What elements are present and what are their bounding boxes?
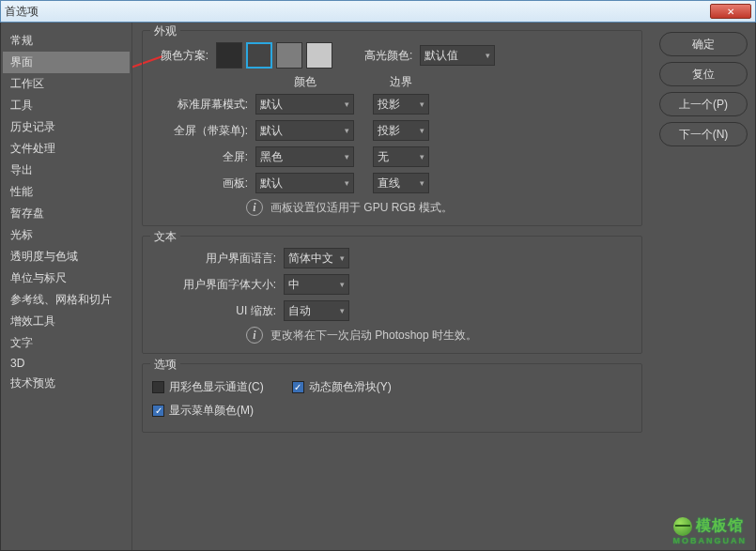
sidebar-item[interactable]: 文字 [3, 332, 130, 354]
sidebar-item[interactable]: 导出 [3, 160, 130, 181]
ui-lang-label: 用户界面语言: [152, 251, 284, 267]
chevron-down-icon: ▾ [420, 126, 424, 135]
appearance-info-text: 画板设置仅适用于 GPU RGB 模式。 [270, 200, 453, 216]
chevron-down-icon: ▾ [345, 99, 349, 109]
checkbox-icon: ✓ [152, 405, 164, 417]
chevron-down-icon: ▾ [340, 280, 345, 289]
ui-scale-select[interactable]: 自动▾ [284, 300, 349, 321]
mode-color-select[interactable]: 黑色▾ [255, 146, 354, 167]
sidebar-item[interactable]: 工作区 [3, 73, 130, 95]
chevron-down-icon: ▾ [340, 253, 345, 263]
next-button[interactable]: 下一个(N) [659, 122, 748, 146]
group-options: 选项 用彩色显示通道(C) ✓ 动态颜色滑块(Y) ✓ 显示菜单颜色(M) [142, 363, 642, 433]
color-swatch[interactable] [306, 42, 332, 69]
sidebar-item[interactable]: 性能 [3, 181, 130, 203]
mode-label: 画板: [152, 176, 255, 191]
chevron-down-icon: ▾ [420, 152, 424, 161]
sidebar-item[interactable]: 工具 [3, 95, 130, 116]
color-swatch[interactable] [216, 42, 242, 69]
sidebar-item[interactable]: 参考线、网格和切片 [3, 289, 130, 311]
button-bar: 确定 复位 上一个(P) 下一个(N) [652, 23, 755, 550]
mode-color-select[interactable]: 默认▾ [255, 120, 354, 141]
col-header-color: 颜色 [255, 74, 354, 90]
text-info-row: i 更改将在下一次启动 Photoshop 时生效。 [246, 327, 632, 344]
checkbox-menu-colors[interactable]: ✓ 显示菜单颜色(M) [152, 403, 632, 419]
chevron-down-icon: ▾ [420, 99, 424, 109]
color-scheme-label: 颜色方案: [152, 48, 216, 64]
reset-button[interactable]: 复位 [659, 62, 748, 86]
group-appearance: 外观 颜色方案: 高光颜色: 默认值▾ 颜色 边界 标准屏幕模式:默认▾投影▾全… [142, 30, 642, 226]
checkbox-icon: ✓ [292, 381, 304, 393]
ui-font-size-select[interactable]: 中▾ [284, 274, 349, 295]
col-header-border: 边界 [373, 74, 429, 90]
mode-color-select[interactable]: 默认▾ [255, 94, 354, 115]
chevron-down-icon: ▾ [345, 152, 349, 161]
group-text: 文本 用户界面语言: 简体中文▾ 用户界面字体大小: 中▾ UI 缩放: 自动▾… [142, 236, 642, 354]
group-title-text: 文本 [150, 229, 180, 245]
close-button[interactable]: ✕ [710, 4, 751, 19]
highlight-label: 高光颜色: [364, 48, 420, 64]
titlebar: 首选项 ✕ [0, 0, 756, 23]
ui-font-size-label: 用户界面字体大小: [152, 277, 284, 293]
chevron-down-icon: ▾ [340, 306, 345, 315]
sidebar-item[interactable]: 历史记录 [3, 116, 130, 138]
mode-label: 标准屏幕模式: [152, 97, 255, 113]
mode-border-select[interactable]: 无▾ [373, 146, 429, 167]
chevron-down-icon: ▾ [420, 178, 424, 188]
close-icon: ✕ [727, 7, 734, 17]
ok-button[interactable]: 确定 [659, 32, 748, 56]
window-title: 首选项 [5, 4, 710, 20]
color-swatch[interactable] [246, 42, 272, 69]
chevron-down-icon: ▾ [345, 178, 349, 188]
sidebar-item[interactable]: 技术预览 [3, 373, 130, 394]
highlight-select[interactable]: 默认值▾ [420, 45, 495, 66]
checkbox-dynamic-sliders[interactable]: ✓ 动态颜色滑块(Y) [292, 379, 392, 395]
group-title-options: 选项 [150, 357, 180, 373]
sidebar-item[interactable]: 单位与标尺 [3, 268, 130, 289]
info-icon: i [246, 199, 263, 216]
main-panel: 外观 颜色方案: 高光颜色: 默认值▾ 颜色 边界 标准屏幕模式:默认▾投影▾全… [132, 23, 652, 550]
sidebar-item[interactable]: 增效工具 [3, 311, 130, 332]
mode-color-select[interactable]: 默认▾ [255, 173, 354, 193]
group-title-appearance: 外观 [150, 23, 180, 39]
mode-border-select[interactable]: 投影▾ [373, 94, 429, 115]
sidebar-item[interactable]: 界面 [3, 52, 130, 73]
mode-border-select[interactable]: 投影▾ [373, 120, 429, 141]
sidebar: 常规界面工作区工具历史记录文件处理导出性能暂存盘光标透明度与色域单位与标尺参考线… [1, 23, 132, 550]
mode-label: 全屏: [152, 149, 255, 165]
mode-label: 全屏（带菜单): [152, 123, 255, 139]
color-swatch[interactable] [276, 42, 302, 69]
sidebar-item[interactable]: 文件处理 [3, 138, 130, 160]
text-info-text: 更改将在下一次启动 Photoshop 时生效。 [270, 328, 477, 344]
mode-border-select[interactable]: 直线▾ [373, 173, 429, 193]
ui-scale-label: UI 缩放: [152, 303, 284, 319]
prev-button[interactable]: 上一个(P) [659, 92, 748, 116]
sidebar-item[interactable]: 光标 [3, 224, 130, 246]
chevron-down-icon: ▾ [486, 51, 490, 60]
color-swatches [216, 42, 336, 69]
sidebar-item[interactable]: 常规 [3, 30, 130, 52]
info-icon: i [246, 327, 263, 344]
appearance-info-row: i 画板设置仅适用于 GPU RGB 模式。 [246, 199, 632, 216]
chevron-down-icon: ▾ [345, 126, 349, 135]
checkbox-icon [152, 381, 164, 393]
sidebar-item[interactable]: 暂存盘 [3, 203, 130, 224]
sidebar-item[interactable]: 透明度与色域 [3, 246, 130, 268]
checkbox-color-channels[interactable]: 用彩色显示通道(C) [152, 379, 264, 395]
ui-lang-select[interactable]: 简体中文▾ [284, 248, 349, 268]
sidebar-item[interactable]: 3D [3, 354, 130, 373]
